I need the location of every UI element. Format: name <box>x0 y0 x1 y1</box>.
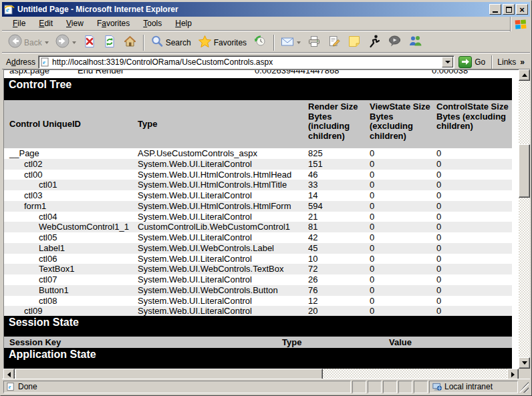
cell-cs: 0 <box>436 159 512 170</box>
cell-cs: 0 <box>436 212 512 222</box>
cell-render: 46 <box>308 170 370 180</box>
window-title: Untitled Page - Microsoft Internet Explo… <box>17 5 489 14</box>
column-header-session-type: Type <box>282 337 301 348</box>
cell-type: ASP.UseCustomControls_aspx <box>138 148 308 159</box>
cell-render: 26 <box>308 274 370 285</box>
forward-icon <box>55 34 70 51</box>
maximize-button[interactable] <box>503 4 515 15</box>
stop-button[interactable] <box>80 33 100 52</box>
title-bar: e Untitled Page - Microsoft Internet Exp… <box>2 2 530 17</box>
scroll-down-button[interactable] <box>519 357 530 369</box>
menu-view[interactable]: View <box>59 17 90 30</box>
control-tree-row: ctl03System.Web.UI.LiteralControl1400 <box>4 190 512 201</box>
cell-cs: 0 <box>436 274 512 285</box>
menu-bar-items: FileEditViewFavoritesToolsHelp <box>2 17 510 31</box>
page-content: aspx.page End Render 0.0026394441447868 … <box>3 69 519 369</box>
status-text: Done <box>18 382 37 391</box>
cell-cs: 0 <box>436 264 512 274</box>
print-icon <box>307 35 321 51</box>
menu-file[interactable]: File <box>6 17 32 30</box>
vertical-scroll-thumb[interactable] <box>519 144 530 198</box>
trace-partial-row: aspx.page End Render 0.0026394441447868 … <box>4 70 512 77</box>
cell-id: Label1 <box>4 243 138 254</box>
back-dropdown-icon[interactable] <box>45 41 49 44</box>
minimize-button[interactable] <box>489 4 501 15</box>
mail-button[interactable] <box>277 33 304 52</box>
cell-cs: 0 <box>436 306 512 317</box>
scroll-up-button[interactable] <box>519 69 530 81</box>
cell-vs: 0 <box>370 274 436 285</box>
cell-render: 10 <box>308 254 370 264</box>
address-input[interactable] <box>52 57 442 67</box>
cell-vs: 0 <box>370 159 436 170</box>
cell-vs: 0 <box>370 285 436 296</box>
history-button[interactable] <box>250 33 271 52</box>
cell-cs: 0 <box>436 148 512 159</box>
control-tree-row: __PageASP.UseCustomControls_aspx82500 <box>4 148 512 159</box>
cell-cs: 0 <box>436 201 512 212</box>
cell-vs: 0 <box>370 222 436 232</box>
chevron-right-icon[interactable]: » <box>520 57 525 67</box>
mail-dropdown-icon[interactable] <box>297 41 301 44</box>
close-button[interactable]: × <box>516 4 528 15</box>
forward-button[interactable] <box>52 33 80 52</box>
address-dropdown-button[interactable] <box>442 57 453 67</box>
cell-id: ctl03 <box>4 190 138 201</box>
cell-render: 45 <box>308 243 370 254</box>
home-icon <box>123 35 137 51</box>
search-button[interactable]: Search <box>147 33 194 52</box>
cell-id: ctl01 <box>4 180 138 190</box>
cell-id: __Page <box>4 148 138 159</box>
control-tree-header: Control UniqueID Type Render Size Bytes … <box>4 100 512 148</box>
cell-vs: 0 <box>370 296 436 307</box>
trace-category: aspx.page <box>9 70 49 75</box>
go-arrow-icon <box>458 56 472 68</box>
column-header-session-key: Session Key <box>9 337 61 348</box>
menu-help[interactable]: Help <box>168 17 198 30</box>
cell-render: 151 <box>308 159 370 170</box>
print-button[interactable] <box>304 33 324 52</box>
page-ie-icon: e <box>41 57 50 67</box>
svg-text:e: e <box>9 384 11 390</box>
cell-render: 81 <box>308 222 370 232</box>
cell-id: Button1 <box>4 285 138 296</box>
menu-tools[interactable]: Tools <box>136 17 168 30</box>
cell-type: System.Web.UI.LiteralControl <box>138 159 308 170</box>
cell-vs: 0 <box>370 148 436 159</box>
aim-button[interactable] <box>364 33 384 52</box>
cell-vs: 0 <box>370 170 436 180</box>
messenger-button[interactable] <box>384 33 405 52</box>
column-header-session-value: Value <box>389 337 412 348</box>
session-state-banner: Session State <box>4 316 512 337</box>
control-tree-row: ctl07System.Web.UI.LiteralControl2600 <box>4 274 512 285</box>
status-bar: e Done Local intranet <box>2 379 530 394</box>
refresh-button[interactable] <box>100 33 120 52</box>
control-tree-row: TextBox1System.Web.UI.WebControls.TextBo… <box>4 264 512 274</box>
favorites-button[interactable]: Favorites <box>194 33 250 52</box>
resize-grip[interactable] <box>519 380 529 393</box>
menu-edit[interactable]: Edit <box>32 17 59 30</box>
go-button[interactable]: Go <box>457 55 489 69</box>
edit-button[interactable] <box>324 33 344 52</box>
windows-messenger-button[interactable] <box>405 33 426 52</box>
zone-text: Local intranet <box>444 382 493 391</box>
cell-render: 594 <box>308 201 370 212</box>
column-header-control-uniqueid: Control UniqueID <box>4 120 138 130</box>
people-icon <box>408 35 422 50</box>
svg-text:e: e <box>43 59 45 65</box>
links-bar[interactable]: Links » <box>491 55 529 69</box>
session-state-header: Session Key Type Value <box>4 337 512 348</box>
cell-cs: 0 <box>436 296 512 307</box>
back-icon <box>8 34 22 51</box>
cell-type: System.Web.UI.LiteralControl <box>138 296 308 307</box>
back-button[interactable]: Back <box>5 33 52 52</box>
forward-dropdown-icon[interactable] <box>72 41 76 44</box>
home-button[interactable] <box>120 33 140 52</box>
cell-render: 20 <box>308 306 370 317</box>
column-header-controlstate-size: ControlState Size Bytes (excluding child… <box>436 100 510 148</box>
menu-favorites[interactable]: Favorites <box>90 17 136 30</box>
cell-render: 14 <box>308 190 370 201</box>
discuss-button[interactable] <box>344 33 364 52</box>
vertical-scrollbar[interactable] <box>519 69 530 369</box>
control-tree-row: WebCustomControl1_1CustomControlLib.WebC… <box>4 222 512 232</box>
